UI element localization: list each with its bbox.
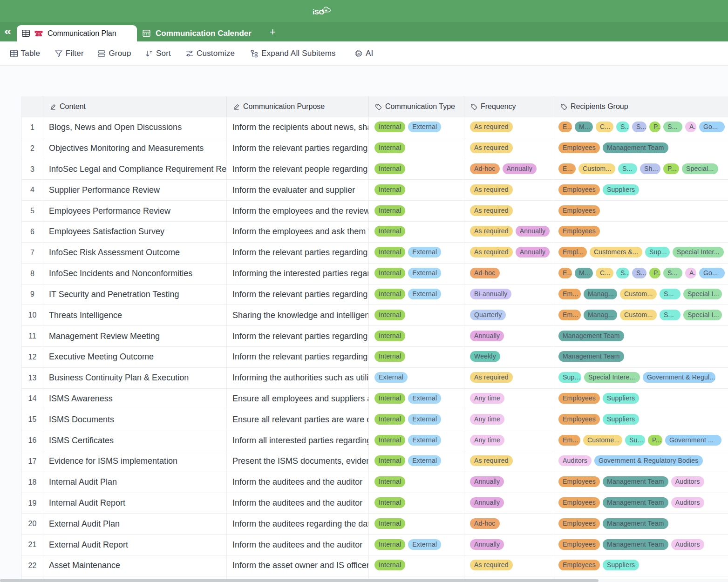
svg-text:AI: AI (357, 52, 360, 55)
